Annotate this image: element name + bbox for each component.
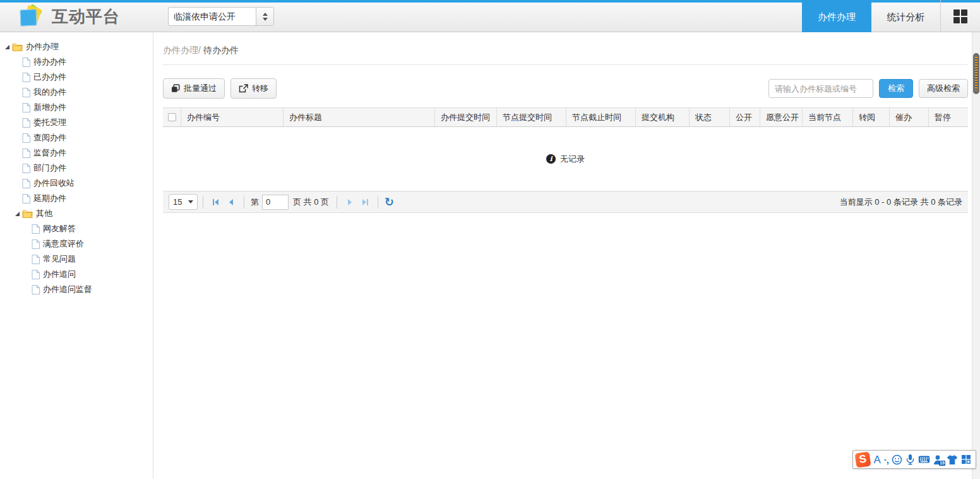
sidebar-item-wode-banjian[interactable]: 我的办件 [0,85,153,100]
tree-folder-qita[interactable]: 其他 [0,206,153,221]
folder-icon [12,42,23,51]
select-all-checkbox[interactable] [168,113,176,121]
sidebar-tree: 办件办理 待办办件 已办办件 我的办件 新增办件 委托受理 [0,32,153,479]
info-icon: i [546,154,556,164]
column-header[interactable]: 提交机构 [635,108,689,126]
tree-expand-icon[interactable] [5,45,9,49]
column-header[interactable]: 当前节点 [802,108,852,126]
refresh-icon[interactable]: ↻ [385,197,394,208]
page: 互动平台 临淄依申请公开 办件办理 统计分析 办件办理 [0,0,980,479]
table-header-row: 办件编号 办件标题 办件提交时间 节点提交时间 节点截止时间 提交机构 状态 公… [163,107,968,127]
page-size-value: 15 [173,197,182,207]
advanced-search-button[interactable]: 高级检索 [919,79,968,98]
column-header[interactable]: 办件标题 [283,108,434,126]
tab-tongji-fenxi[interactable]: 统计分析 [871,0,941,32]
sidebar-item-daiban-banjian[interactable]: 待办办件 [0,54,153,70]
share-arrow-icon [239,84,248,93]
document-icon [22,149,30,158]
transfer-label: 转移 [252,83,268,94]
sidebar-item-bumen-banjian[interactable]: 部门办件 [0,161,153,176]
sidebar-item-banjian-zhuiwen-jiandu[interactable]: 办件追问监督 [0,282,153,297]
page-size-select[interactable]: 15 [169,194,198,210]
document-icon [22,133,30,143]
toolbox-icon[interactable] [961,454,971,464]
document-icon [22,73,30,82]
batch-pass-button[interactable]: 批量通过 [163,78,225,99]
column-header[interactable]: 转阅 [852,108,889,126]
last-page-button[interactable] [357,195,373,210]
scrollbar-thumb[interactable] [973,53,979,94]
keyboard-icon[interactable] [918,455,930,464]
document-icon [22,118,30,128]
sidebar-item-banjian-huishouzhan[interactable]: 办件回收站 [0,176,153,191]
items-table: 办件编号 办件标题 办件提交时间 节点提交时间 节点截止时间 提交机构 状态 公… [163,107,968,213]
spin-down-icon [263,18,268,21]
user-dict-icon[interactable]: 19 [933,454,943,465]
document-icon [32,270,40,279]
emoji-icon[interactable] [892,454,902,465]
app-title: 互动平台 [52,6,120,28]
next-page-button[interactable] [342,195,357,210]
column-header[interactable]: 节点提交时间 [496,108,566,126]
column-header[interactable]: 节点截止时间 [566,108,635,126]
main-content: 办件办理/待办办件 批量通过 转移 检索 [153,32,980,479]
voice-input-icon[interactable] [905,454,915,465]
column-header[interactable]: 催办 [889,108,928,126]
divider [203,196,203,209]
tree-expand-icon[interactable] [15,212,20,216]
search-group: 检索 高级检索 [768,79,968,98]
sidebar-item-yanqi-banjian[interactable]: 延期办件 [0,191,153,206]
sidebar-item-yiban-banjian[interactable]: 已办办件 [0,70,153,85]
sidebar-item-jiandu-banjian[interactable]: 监督办件 [0,145,153,161]
sidebar-item-banjian-zhuiwen[interactable]: 办件追问 [0,267,153,282]
document-icon [22,194,30,203]
divider [244,196,244,209]
page-count-label: 页 共 0 页 [293,197,329,208]
document-icon [22,88,30,97]
dropdown-arrow-icon [188,200,193,203]
sidebar-item-wangyou-jieda[interactable]: 网友解答 [0,221,153,236]
site-select[interactable]: 临淄依申请公开 [168,7,274,26]
prev-page-button[interactable] [224,195,239,210]
batch-pass-label: 批量通过 [184,83,217,94]
column-header[interactable]: 办件编号 [181,108,283,126]
search-button[interactable]: 检索 [879,79,913,98]
table-header-checkbox-cell [163,108,181,126]
tree-folder-banjian[interactable]: 办件办理 [0,39,153,54]
sidebar-item-manyidu-pingjia[interactable]: 满意度评价 [0,236,153,252]
column-header[interactable]: 暂停 [928,108,968,126]
sidebar-item-weituo-shouli[interactable]: 委托受理 [0,115,153,130]
sogou-logo-icon[interactable]: S [855,451,871,468]
tab-banjian-banli[interactable]: 办件办理 [802,0,871,32]
column-header[interactable]: 办件提交时间 [434,108,496,126]
page-prefix-label: 第 [251,197,259,208]
first-page-button[interactable] [208,195,224,210]
sidebar-item-changjian-wenti[interactable]: 常见问题 [0,252,153,267]
page-number-input[interactable] [262,195,289,210]
toolbar: 批量通过 转移 检索 高级检索 [163,78,968,99]
apps-grid-icon[interactable] [953,9,967,23]
breadcrumb-parent[interactable]: 办件办理/ [163,45,201,55]
sidebar-item-chayue-banjian[interactable]: 查阅办件 [0,130,153,145]
punctuation-mode-icon[interactable]: ·, [884,455,888,464]
column-header[interactable]: 公开 [729,108,760,126]
document-icon [22,58,30,67]
skin-icon[interactable] [947,454,958,465]
breadcrumb: 办件办理/待办办件 [163,32,968,65]
stack-icon [171,84,180,93]
empty-state: i 无记录 [163,127,968,191]
document-icon [22,179,30,188]
column-header[interactable]: 愿意公开 [760,108,802,126]
column-header[interactable]: 状态 [689,108,729,126]
site-select-spinner[interactable] [256,8,273,25]
folder-icon [22,209,33,218]
sidebar-item-xinzeng-banjian[interactable]: 新增办件 [0,100,153,115]
language-mode-icon[interactable]: A [873,454,880,465]
user-dict-badge: 19 [939,461,945,466]
scrollbar-track[interactable] [972,32,980,479]
site-select-value[interactable]: 临淄依申请公开 [169,8,256,25]
document-icon [32,285,40,294]
transfer-button[interactable]: 转移 [230,78,277,99]
header-tabs: 办件办理 统计分析 [802,0,967,32]
search-input[interactable] [768,79,873,98]
